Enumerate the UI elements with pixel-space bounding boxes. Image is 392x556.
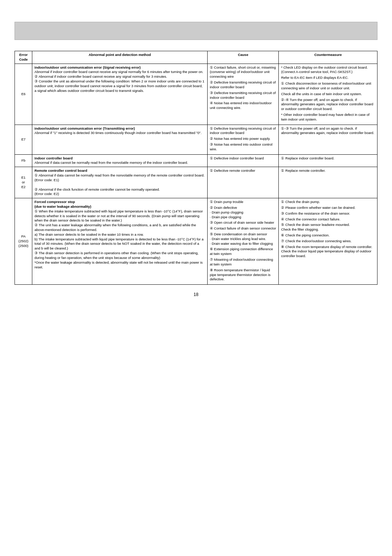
countermeasure-cell: * Check LED display on the outdoor contr…: [279, 64, 377, 125]
abnormal-cell: Remote controller control board① Abnorma…: [32, 167, 208, 198]
page-header: [15, 22, 377, 40]
error-code-cell: E6: [15, 64, 32, 125]
col-header-countermeasure: Countermeasure: [279, 51, 377, 64]
abnormal-cell: Forced compressor stop(due to water leak…: [32, 198, 208, 285]
col-header-cause: Cause: [207, 51, 278, 64]
col-header-error-code: Error Code: [15, 51, 32, 64]
countermeasure-cell: ①-③ Turn the power off, and on again to …: [279, 125, 377, 154]
error-code-cell: E7: [15, 125, 32, 154]
abnormal-cell: Indoor/outdoor unit communication error …: [32, 64, 208, 125]
abnormal-cell: Indoor/outdoor unit communication error …: [32, 125, 208, 154]
error-table: Error Code Abnormal point and detection …: [15, 51, 377, 285]
cause-cell: ① Defective transmitting receiving circu…: [207, 125, 278, 154]
col-header-abnormal: Abnormal point and detection method: [32, 51, 208, 64]
cause-cell: ① Defective remote controller: [207, 167, 278, 198]
cause-cell: ① Contact failure, short circuit or, mis…: [207, 64, 278, 125]
error-code-cell: E1 or E2: [15, 167, 32, 198]
cause-cell: ① Drain pump trouble② Drain defective · …: [207, 198, 278, 285]
error-code-cell: Fb: [15, 154, 32, 167]
error-code-cell: PA (2502) (2500): [15, 198, 32, 285]
page-number: 18: [15, 292, 377, 297]
countermeasure-cell: ① Replace remote controller.: [279, 167, 377, 198]
cause-cell: ① Defective indoor controller board: [207, 154, 278, 167]
countermeasure-cell: ① Replace indoor controller board.: [279, 154, 377, 167]
abnormal-cell: Indoor controller boardAbnormal if data …: [32, 154, 208, 167]
countermeasure-cell: ① Check the drain pump.② Please confirm …: [279, 198, 377, 285]
